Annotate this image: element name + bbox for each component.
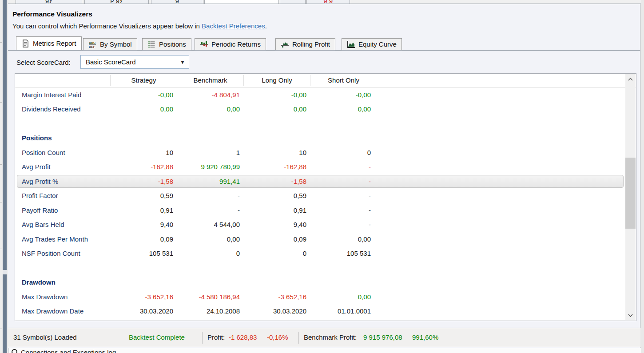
row-label: Payoff Ratio (15, 206, 110, 214)
scorecard-selected-value: Basic ScoreCard (81, 58, 176, 66)
section-row[interactable]: Drawdown (15, 275, 636, 290)
spacer-row (15, 261, 636, 275)
cell-value: -4 580 186,94 (177, 293, 243, 301)
cell-value: 4 544,00 (177, 221, 243, 228)
cell-value: 30.03.2020 (243, 307, 310, 315)
table-row[interactable]: Margin Interest Paid-0,00-4 804,91-0,00-… (15, 87, 636, 102)
page-subtitle: You can control which Performance Visual… (12, 22, 267, 30)
table-row[interactable]: Max Drawdown-3 652,16-4 580 186,94-3 652… (15, 290, 636, 304)
tab-label: Rolling Profit (292, 40, 330, 48)
table-row[interactable]: Position Count101100 (15, 145, 636, 160)
document-tab-2[interactable]: p gy (84, 0, 149, 4)
header-short-only: Short Only (310, 75, 377, 86)
cell-value: 1 (177, 149, 243, 156)
tab-rolling-profit[interactable]: Rolling Profit (275, 38, 335, 50)
backtest-status: Backtest Complete (129, 333, 185, 341)
tab-equity-curve[interactable]: Equity Curve (342, 38, 402, 50)
document-tab-strip: gy p gy g g g (8, 0, 644, 4)
cell-value: 991,41 (177, 178, 243, 185)
header-long-only: Long Only (243, 75, 310, 86)
cell-value: 0,00 (310, 293, 377, 301)
table-row[interactable]: Avg Bars Held9,404 544,009,40- (15, 218, 636, 232)
tab-periodic-returns[interactable]: Periodic Returns (195, 38, 266, 50)
cell-value: -3 652,16 (110, 293, 177, 301)
cell-value: 0,09 (110, 235, 177, 243)
cell-value: -0,00 (110, 91, 177, 99)
document-tab-3[interactable]: g (151, 0, 203, 4)
cell-value: 0 (177, 250, 243, 257)
tab-label: By Symbol (100, 40, 132, 48)
cell-value: 0,00 (177, 235, 243, 243)
log-label: Connections and Exceptions log (21, 349, 116, 353)
benchmark-profit-value: 9 915 976,08 (363, 333, 402, 341)
cell-value: - (310, 163, 377, 171)
cell-value: - (310, 178, 377, 185)
cell-value: - (177, 206, 243, 214)
window-right-edge (641, 0, 644, 353)
section-row[interactable]: Positions (15, 131, 636, 146)
row-label: Avg Bars Held (15, 221, 110, 228)
document-tab-1[interactable]: gy (16, 0, 82, 4)
table-row[interactable]: Payoff Ratio0,91-0,91- (15, 203, 636, 218)
cell-value: 0,91 (110, 206, 177, 214)
cell-value: 9,40 (243, 221, 310, 228)
cell-value: 0,00 (110, 105, 177, 113)
vertical-scrollbar[interactable] (625, 74, 636, 320)
tab-positions[interactable]: Positions (142, 38, 191, 50)
cell-value: -0,00 (310, 91, 377, 99)
scroll-down-icon[interactable] (625, 310, 636, 320)
table-row[interactable]: Avg Trades Per Month0,090,000,090,00 (15, 232, 636, 246)
document-tab-5[interactable] (280, 0, 306, 4)
table-row[interactable]: Avg Profit %-1,58991,41-1,58- (15, 174, 636, 189)
row-label: Max Drawdown (15, 293, 110, 301)
cell-value: - (177, 192, 243, 199)
row-label: Margin Interest Paid (15, 91, 110, 99)
cell-value: 105 531 (110, 250, 177, 257)
metrics-table-body: Margin Interest Paid-0,00-4 804,91-0,00-… (15, 87, 636, 318)
cell-value: 0,59 (243, 192, 310, 199)
bottom-log-row[interactable]: Connections and Exceptions log (8, 348, 644, 353)
scrollbar-thumb[interactable] (625, 158, 636, 229)
cell-value: 0,00 (310, 105, 377, 113)
cell-value: -3 652,16 (243, 293, 310, 301)
page-title: Performance Visualizers (12, 10, 92, 18)
table-row[interactable]: Max Drawdown Date30.03.202024.10.200830.… (15, 304, 636, 319)
tab-label: Positions (159, 40, 186, 48)
cell-value: 0,00 (177, 105, 243, 113)
benchmark-profit-label: Benchmark Profit: (304, 333, 357, 341)
tab-label: Periodic Returns (211, 40, 261, 48)
profit-value: -1 628,83 (229, 333, 257, 341)
list-grid-icon (147, 40, 156, 48)
table-row[interactable]: Profit Factor0,59-0,59- (15, 189, 636, 203)
scorecard-dropdown[interactable]: Basic ScoreCard ▼ (80, 55, 189, 69)
row-label: Profit Factor (15, 192, 110, 199)
svg-text:DEF: DEF (89, 45, 95, 48)
abc-def-icon: ABC DEF (88, 40, 97, 48)
table-row[interactable]: Dividends Received0,000,000,000,00 (15, 102, 636, 117)
row-label: Max Drawdown Date (15, 307, 110, 315)
table-row[interactable]: Avg Profit-162,889 920 780,99-162,88- (15, 160, 636, 175)
cell-value: -1,58 (110, 178, 177, 185)
cell-value: 0,00 (243, 105, 310, 113)
tab-metrics-report[interactable]: Metrics Report (16, 36, 82, 50)
svg-text:ABC: ABC (89, 41, 95, 44)
cell-value: - (310, 206, 377, 214)
scorecard-row: Select ScoreCard: Basic ScoreCard ▼ (8, 51, 640, 74)
cell-value: 0 (310, 149, 377, 156)
cell-value: 30.03.2020 (110, 307, 177, 315)
cell-value: 0,00 (310, 235, 377, 243)
cell-value: 0,91 (243, 206, 310, 214)
document-tab-6[interactable]: g g (306, 0, 350, 4)
area-chart-icon (347, 40, 355, 48)
metrics-table-header: Strategy Benchmark Long Only Short Only (15, 74, 636, 87)
cell-value: 10 (243, 149, 310, 156)
tab-by-symbol[interactable]: ABC DEF By Symbol (83, 38, 137, 50)
document-tab-4-active[interactable] (204, 0, 279, 4)
table-row[interactable]: NSF Position Count105 53100105 531 (15, 246, 636, 261)
profit-percent: -0,16% (267, 333, 288, 341)
scorecard-label: Select ScoreCard: (16, 59, 71, 66)
backtest-preferences-link[interactable]: Backtest Preferences (202, 22, 265, 30)
dock-splitter[interactable] (3, 0, 7, 353)
scroll-up-icon[interactable] (625, 74, 636, 84)
log-icon (12, 349, 17, 353)
